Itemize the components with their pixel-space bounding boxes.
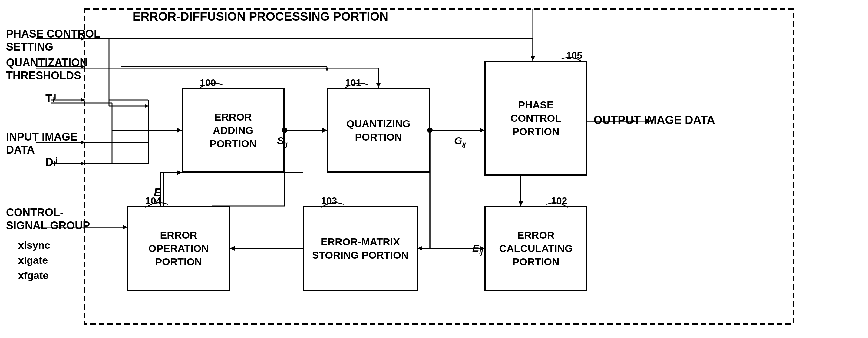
- svg-marker-49: [124, 225, 127, 229]
- svg-marker-27: [323, 128, 327, 132]
- svg-marker-59: [376, 83, 380, 88]
- svg-marker-65: [177, 128, 182, 133]
- block-error-calculating: ERRORCALCULATINGPORTION: [485, 206, 587, 291]
- label-gij: Gij: [454, 135, 466, 148]
- label-input-image: INPUT IMAGE DATA: [6, 130, 78, 156]
- output-label: OUTPUT IMAGE DATA: [593, 114, 715, 127]
- label-xlsync: xlsync: [18, 239, 50, 251]
- block-error-adding: ERRORADDINGPORTION: [182, 88, 285, 173]
- svg-marker-82: [230, 246, 235, 251]
- label-quantization: QUANTIZATION THRESHOLDS: [6, 56, 88, 82]
- diagram-container: ERROR-DIFFUSION PROCESSING PORTION PHASE…: [0, 0, 868, 338]
- block-phase-control: PHASECONTROLPORTION: [485, 61, 587, 176]
- svg-marker-34: [531, 57, 535, 61]
- svg-marker-47: [178, 171, 182, 175]
- label-sij: Sij: [277, 135, 288, 148]
- label-e: E: [154, 186, 161, 199]
- svg-marker-80: [418, 246, 422, 251]
- block-error-operation: ERROROPERATIONPORTION: [127, 206, 230, 291]
- label-eij: Eij: [472, 242, 483, 256]
- svg-marker-8: [81, 141, 85, 144]
- svg-marker-70: [480, 128, 485, 133]
- label-tij: Tᵢʲ: [45, 92, 56, 105]
- svg-marker-85: [177, 170, 182, 175]
- label-dij: Dᵢʲ: [45, 156, 57, 169]
- svg-marker-87: [123, 225, 127, 229]
- svg-marker-67: [322, 128, 327, 133]
- svg-marker-6: [81, 98, 85, 102]
- svg-marker-78: [519, 202, 523, 206]
- svg-marker-30: [481, 128, 485, 132]
- main-title: ERROR-DIFFUSION PROCESSING PORTION: [128, 10, 393, 23]
- svg-marker-55: [531, 56, 535, 61]
- label-xfgate: xfgate: [18, 270, 49, 281]
- svg-marker-39: [519, 202, 523, 206]
- svg-marker-13: [145, 104, 148, 108]
- label-control-signal: CONTROL- SIGNAL GROUP: [6, 206, 90, 232]
- svg-marker-17: [325, 67, 329, 71]
- block-quantizing: QUANTIZINGPORTION: [327, 88, 430, 173]
- svg-marker-24: [178, 128, 182, 132]
- svg-marker-10: [81, 162, 85, 165]
- block-error-matrix: ERROR-MATRIXSTORING PORTION: [303, 206, 418, 291]
- label-phase-control: PHASE CONTROL SETTING: [6, 27, 100, 53]
- label-xlgate: xlgate: [18, 254, 48, 266]
- svg-marker-42: [418, 247, 422, 250]
